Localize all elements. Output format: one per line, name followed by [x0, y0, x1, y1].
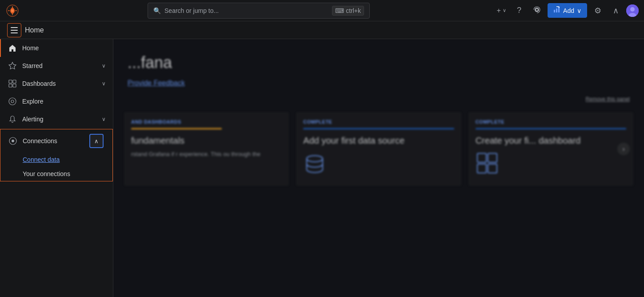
sidebar: Home Starred ∨ Dashboards: [0, 39, 113, 297]
add-label: Add: [563, 7, 574, 14]
sidebar-item-dashboards[interactable]: Dashboards ∨: [0, 75, 113, 92]
navbar-actions: + ∨ ? Add: [494, 3, 639, 18]
svg-rect-25: [477, 164, 486, 173]
page-title: Home: [25, 26, 44, 34]
sidebar-item-connections[interactable]: Connections ∧: [0, 129, 112, 153]
panels-area: AND DASHBOARDS fundamentals rstand Grafa…: [113, 112, 644, 186]
panel-fundamentals-title: AND DASHBOARDS: [131, 119, 282, 124]
database-icon: [303, 152, 454, 179]
next-arrow-button[interactable]: ›: [617, 143, 630, 155]
broadcast-button[interactable]: [530, 4, 544, 18]
dashboards-chevron-icon: ∨: [102, 80, 106, 87]
explore-icon: [8, 97, 17, 106]
sidebar-alerting-label: Alerting: [22, 116, 96, 123]
sidebar-home-label: Home: [22, 44, 106, 52]
search-bar: 🔍 Search or jump to... ⌨ ctrl+k: [27, 3, 491, 19]
help-button[interactable]: ?: [512, 4, 526, 18]
new-button[interactable]: + ∨: [494, 4, 508, 18]
alerting-icon: [8, 115, 17, 124]
sidebar-item-home[interactable]: Home: [0, 39, 113, 57]
create-dashboard-progress-bar: [476, 128, 626, 129]
connections-section: Connections ∧ Connect data Your connecti…: [0, 129, 113, 181]
main-layout: Home Starred ∨ Dashboards: [0, 39, 644, 297]
connect-data-label: Connect data: [23, 156, 60, 163]
sidebar-explore-label: Explore: [22, 98, 106, 105]
search-input[interactable]: 🔍 Search or jump to... ⌨ ctrl+k: [148, 3, 370, 19]
hamburger-icon: [9, 25, 20, 35]
search-placeholder: Search or jump to...: [164, 7, 219, 14]
panel-add-datasource: COMPLETE Add your first data source: [296, 112, 461, 186]
add-chart-icon: [553, 6, 560, 15]
add-datasource-badge: COMPLETE: [303, 119, 454, 124]
welcome-title: ...fana: [128, 53, 630, 72]
svg-rect-17: [13, 84, 16, 87]
add-datasource-heading: Add your first data source: [303, 135, 454, 146]
panel-fundamentals: AND DASHBOARDS fundamentals rstand Grafa…: [124, 112, 289, 186]
svg-rect-16: [9, 84, 12, 87]
svg-rect-7: [556, 8, 557, 12]
svg-point-21: [12, 140, 14, 142]
create-dashboard-badge: COMPLETE: [476, 119, 626, 124]
connections-icon: [8, 136, 17, 145]
remove-panel-link[interactable]: Remove this panel: [586, 96, 630, 102]
create-dashboard-heading: Create your fi... dashboard: [476, 135, 626, 146]
starred-chevron-icon: ∨: [102, 63, 106, 69]
main-content: ...fana Provide Feedback Remove this pan…: [113, 39, 644, 297]
chevron-up-icon: ∧: [613, 6, 619, 16]
star-icon: [8, 61, 17, 70]
add-chevron-icon: ∨: [577, 7, 581, 14]
dashboards-icon: [8, 79, 17, 88]
sidebar-sub-item-connect-data[interactable]: Connect data: [0, 153, 112, 167]
sidebar-dashboards-label: Dashboards: [22, 80, 96, 87]
content-blurred: ...fana Provide Feedback Remove this pan…: [113, 39, 644, 297]
search-shortcut: ⌨ ctrl+k: [332, 6, 364, 16]
svg-rect-15: [13, 80, 16, 83]
svg-point-1: [11, 9, 14, 12]
add-datasource-progress-bar: [303, 128, 454, 129]
fundamentals-heading: fundamentals: [131, 135, 282, 146]
dashboard-grid-icon: [476, 152, 626, 179]
sidebar-item-starred[interactable]: Starred ∨: [0, 57, 113, 75]
alerting-chevron-icon: ∨: [102, 116, 106, 122]
home-icon: [8, 44, 17, 52]
content-header: ...fana Provide Feedback: [113, 39, 644, 94]
svg-rect-26: [488, 164, 497, 173]
sidebar-item-explore[interactable]: Explore: [0, 92, 113, 110]
user-avatar[interactable]: [626, 4, 639, 17]
top-navbar: 🔍 Search or jump to... ⌨ ctrl+k + ∨ ?: [0, 0, 644, 21]
add-button[interactable]: Add ∨: [548, 3, 587, 18]
svg-point-22: [307, 156, 323, 162]
question-icon: ?: [517, 6, 521, 15]
fundamentals-progress-bar: [131, 128, 222, 129]
page-toolbar: Home: [0, 21, 644, 39]
your-connections-label: Your connections: [23, 170, 70, 177]
search-icon: 🔍: [153, 7, 161, 14]
collapse-topbar-button[interactable]: ∧: [608, 4, 623, 18]
connections-collapse-button[interactable]: ∧: [89, 134, 104, 148]
menu-toggle-button[interactable]: [7, 23, 21, 37]
svg-rect-24: [488, 153, 497, 162]
provide-feedback-link[interactable]: Provide Feedback: [128, 79, 185, 87]
grafana-logo[interactable]: [5, 4, 20, 18]
panel-create-dashboard: COMPLETE Create your fi... dashboard ›: [468, 112, 633, 186]
svg-point-18: [9, 98, 16, 105]
svg-rect-6: [554, 10, 555, 12]
svg-point-12: [630, 7, 635, 12]
sidebar-starred-label: Starred: [22, 62, 96, 69]
sidebar-sub-item-your-connections[interactable]: Your connections: [0, 167, 112, 181]
fundamentals-desc: rstand Grafana if r experience. This ou …: [131, 150, 282, 159]
svg-rect-14: [9, 80, 12, 83]
svg-point-19: [11, 100, 14, 103]
sidebar-item-alerting[interactable]: Alerting ∨: [0, 110, 113, 128]
svg-rect-23: [477, 153, 486, 162]
chevron-up-icon: ∧: [94, 138, 99, 144]
plus-icon: +: [496, 7, 500, 15]
sidebar-connections-label: Connections: [23, 137, 84, 144]
chevron-down-icon: ∨: [503, 8, 506, 13]
keyboard-icon: ⌨: [335, 7, 344, 14]
gear-icon: ⚙: [594, 6, 601, 16]
settings-button[interactable]: ⚙: [591, 4, 605, 18]
broadcast-icon: [533, 6, 541, 15]
